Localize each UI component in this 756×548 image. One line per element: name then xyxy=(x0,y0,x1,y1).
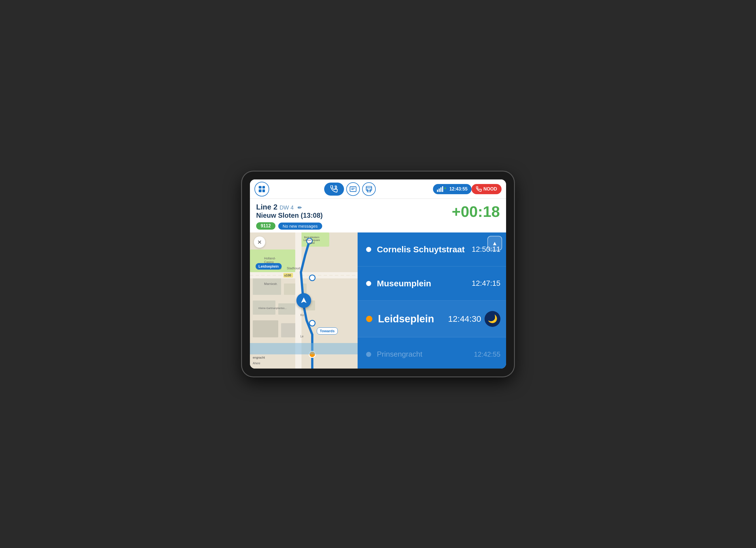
svg-point-20 xyxy=(309,275,315,281)
svg-point-5 xyxy=(370,189,371,190)
map-close-button[interactable] xyxy=(254,236,265,248)
svg-text:Stadhoud...: Stadhoud... xyxy=(287,266,303,270)
stop-dot-past-icon xyxy=(366,352,371,357)
grid-icon xyxy=(259,186,265,192)
svg-text:Ko: Ko xyxy=(300,314,304,317)
svg-text:Leidse Square: Leidse Square xyxy=(303,239,320,241)
stops-list: ▲ Cornelis Schuytstraat 12:50:11 Museump… xyxy=(358,232,506,369)
destination-heading: Nieuw Sloten (13:08) xyxy=(256,211,323,219)
svg-text:Holland-: Holland- xyxy=(264,256,276,260)
grid-menu-button[interactable] xyxy=(254,182,269,196)
timer-display: +00:18 xyxy=(452,204,500,219)
svg-text:Marnixstr.: Marnixstr. xyxy=(264,282,278,286)
map-label-leidseplein: Leidseplein xyxy=(256,263,282,269)
screen: 12:43:55 NOOD Line 2 DW 4 ✏ Nieuw Sloten… xyxy=(250,179,506,369)
stop-time-current: 12:44:30 xyxy=(448,314,481,324)
top-nav: 12:43:55 NOOD xyxy=(250,179,506,199)
stop-item[interactable]: Museumplein 12:47:15 xyxy=(358,266,506,301)
badges-row: 9112 No new messages xyxy=(256,222,323,229)
svg-text:Best Western: Best Western xyxy=(304,236,319,239)
status-bar: 12:43:55 xyxy=(433,184,472,194)
main-content: Leidsekade Marnixstr. Holland- Casino Am… xyxy=(250,232,506,369)
dw-label: DW 4 xyxy=(279,204,295,211)
nav-left xyxy=(254,182,269,196)
line-number: Line 2 xyxy=(256,203,277,211)
nood-label: NOOD xyxy=(483,186,497,192)
stop-dot-current-icon xyxy=(366,316,372,322)
call-button[interactable] xyxy=(324,182,344,195)
svg-point-4 xyxy=(367,189,368,190)
vehicle-id-badge[interactable]: 9112 xyxy=(256,222,275,229)
clock-display: 12:43:55 xyxy=(449,186,468,192)
svg-text:engracht: engracht xyxy=(253,356,265,359)
line-heading: Line 2 DW 4 ✏ xyxy=(256,203,323,211)
edit-icon[interactable]: ✏ xyxy=(298,205,302,211)
svg-text:Hotel: Hotel xyxy=(309,241,315,244)
nav-center xyxy=(269,182,431,196)
svg-text:Le: Le xyxy=(300,335,304,338)
svg-rect-14 xyxy=(253,320,278,337)
svg-rect-23 xyxy=(250,343,358,354)
messages-badge[interactable]: No new messages xyxy=(278,222,322,229)
svg-rect-9 xyxy=(253,278,281,295)
transit-button[interactable] xyxy=(362,182,376,196)
stop-name-current: Leidseplein xyxy=(378,313,448,325)
stop-name-past: Prinsengracht xyxy=(377,350,474,359)
night-mode-button[interactable]: 🌙 xyxy=(485,311,500,327)
svg-text:s100: s100 xyxy=(284,273,291,277)
stop-time: 12:47:15 xyxy=(472,279,500,288)
stop-dot-icon xyxy=(366,281,371,286)
stop-item[interactable]: Cornelis Schuytstraat 12:50:11 xyxy=(358,232,506,266)
stop-time-past: 12:42:55 xyxy=(474,351,500,358)
messages-button[interactable] xyxy=(346,182,360,196)
map-area: Leidsekade Marnixstr. Holland- Casino Am… xyxy=(250,232,358,369)
signal-bars-icon xyxy=(437,186,446,192)
stop-name: Museumplein xyxy=(377,279,472,288)
svg-point-21 xyxy=(309,320,315,326)
map-navigation-arrow xyxy=(296,293,311,308)
svg-text:Ahere: Ahere xyxy=(253,362,260,365)
nood-emergency-button[interactable]: NOOD xyxy=(472,184,502,194)
stop-name: Cornelis Schuytstraat xyxy=(377,245,472,254)
device-frame: 12:43:55 NOOD Line 2 DW 4 ✏ Nieuw Sloten… xyxy=(242,171,514,377)
stop-dot-icon xyxy=(366,247,371,252)
stop-item-past[interactable]: Prinsengracht 12:42:55 xyxy=(358,337,506,369)
svg-text:Kleine-Gartmanplantso...: Kleine-Gartmanplantso... xyxy=(258,307,287,310)
map-label-towards: Towards xyxy=(317,328,338,335)
stop-item-current[interactable]: Leidseplein 12:44:30 🌙 xyxy=(358,301,506,337)
info-bar: Line 2 DW 4 ✏ Nieuw Sloten (13:08) 9112 … xyxy=(250,199,506,232)
scroll-up-button[interactable]: ▲ xyxy=(487,236,502,250)
line-info: Line 2 DW 4 ✏ Nieuw Sloten (13:08) 9112 … xyxy=(256,203,323,229)
